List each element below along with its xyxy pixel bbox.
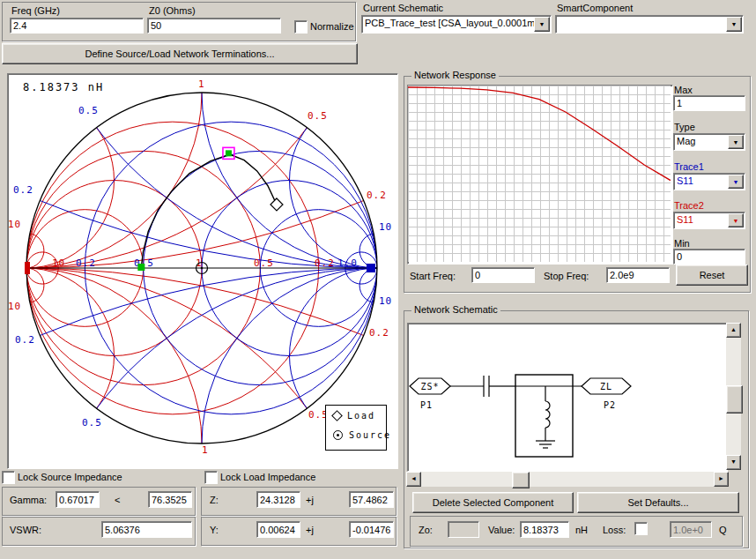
lock-source-label: Lock Source Impedance	[18, 472, 122, 482]
z-label: Z:	[210, 495, 219, 505]
schematic-vscrollbar[interactable]: ▲ ▼	[726, 323, 741, 470]
z0-label: Z0 (Ohms)	[149, 5, 196, 16]
z-real-input[interactable]	[256, 491, 300, 508]
y-groupbox: Y: +j	[201, 517, 397, 546]
svg-text:10: 10	[8, 301, 21, 312]
load-marker[interactable]	[271, 198, 283, 211]
response-plot	[408, 86, 671, 262]
scroll-down-icon[interactable]: ▼	[726, 455, 741, 470]
load-diamond-icon	[331, 410, 343, 421]
value-input[interactable]	[520, 521, 569, 538]
q-label: Q	[719, 525, 727, 535]
selected-node-marker[interactable]	[226, 150, 232, 156]
legend-load-label: Load	[347, 411, 375, 421]
legend-source-row: Source	[326, 425, 386, 444]
start-freq-input[interactable]	[471, 267, 535, 283]
svg-text:0.2: 0.2	[367, 190, 387, 201]
gamma-mag-input[interactable]	[56, 491, 100, 508]
vswr-input[interactable]	[101, 521, 192, 538]
svg-text:0.5: 0.5	[308, 110, 328, 122]
type-combo[interactable]: Mag ▼	[673, 133, 745, 151]
loss-label: Loss:	[603, 525, 626, 535]
vswr-groupbox: VSWR:	[2, 517, 196, 546]
svg-text:1.0: 1.0	[337, 257, 358, 269]
stop-freq-input[interactable]	[606, 267, 670, 283]
smith-chart-panel[interactable]: 10.50.50.20.2101010100.20.20.50.51100.20…	[7, 73, 398, 469]
value-unit-label: nH	[575, 525, 588, 535]
trace2-dropdown-icon[interactable]: ▼	[728, 213, 744, 227]
legend-load-row: Load	[326, 406, 386, 425]
lock-load-checkbox[interactable]	[204, 471, 218, 484]
scroll-right-icon[interactable]: ►	[714, 472, 729, 487]
current-schematic-value: PCB_Trace_test [CSA_layout_0.0001mi	[365, 18, 535, 28]
scroll-left-icon[interactable]: ◄	[406, 472, 421, 487]
svg-text:1: 1	[198, 78, 205, 90]
shunt-inductor[interactable]	[545, 401, 550, 428]
trace1-label: Trace1	[674, 161, 704, 172]
legend-source-label: Source	[349, 430, 391, 440]
freq-label: Freq (GHz)	[11, 5, 60, 16]
gamma-angle-input[interactable]	[148, 491, 192, 508]
component-annotation: 8.18373 nH	[23, 81, 104, 93]
svg-text:0.2: 0.2	[315, 257, 335, 269]
response-plot-panel[interactable]	[407, 85, 673, 265]
open-point-tick	[367, 264, 375, 272]
current-schematic-label: Current Schematic	[363, 3, 443, 13]
smartcomponent-label: SmartComponent	[557, 3, 633, 13]
z0-input[interactable]	[147, 18, 281, 34]
zo-input	[448, 521, 479, 538]
z-imag-input[interactable]	[349, 491, 394, 508]
delete-component-button[interactable]: Delete Selected Component	[412, 492, 574, 513]
svg-text:0.5: 0.5	[82, 417, 102, 429]
q-input	[670, 521, 712, 538]
response-grid	[408, 86, 671, 262]
hscroll-thumb[interactable]	[512, 472, 530, 488]
port2-name: ZL	[600, 382, 612, 391]
type-label: Type	[674, 122, 695, 132]
schematic-canvas[interactable]: ZS* P1 ZL P2	[407, 323, 728, 472]
svg-text:0.5: 0.5	[78, 105, 99, 116]
freq-input[interactable]	[10, 18, 144, 34]
port1-name: ZS*	[420, 382, 439, 391]
z-groupbox: Z: +j	[201, 487, 397, 516]
min-input[interactable]	[673, 249, 745, 265]
normalize-label: Normalize	[310, 21, 354, 32]
min-label: Min	[674, 238, 690, 249]
port2-ref: P2	[604, 400, 616, 410]
network-schematic-groupbox: Network Schematic	[404, 310, 749, 548]
marker-legend: Load Source	[325, 405, 387, 451]
smartcomponent-combo[interactable]: ▼	[555, 15, 744, 34]
schematic-drawing: ZS* P1 ZL P2	[408, 324, 725, 469]
type-dropdown-icon[interactable]: ▼	[728, 135, 744, 149]
port1-ref: P1	[420, 400, 433, 410]
network-response-title: Network Response	[411, 70, 499, 80]
current-schematic-combo[interactable]: PCB_Trace_test [CSA_layout_0.0001mi ▼	[361, 15, 552, 34]
loss-checkbox[interactable]	[634, 522, 648, 535]
vscroll-thumb[interactable]	[726, 385, 743, 414]
scroll-up-icon[interactable]: ▲	[726, 323, 741, 338]
normalize-checkbox[interactable]	[294, 20, 308, 34]
y-imag-input[interactable]	[349, 521, 394, 538]
reset-button[interactable]: Reset	[676, 265, 748, 286]
max-input[interactable]	[673, 95, 745, 111]
set-defaults-button[interactable]: Set Defaults...	[577, 492, 739, 513]
gamma-angle-separator: <	[115, 495, 120, 505]
schematic-hscrollbar[interactable]: ◄ ►	[406, 472, 729, 487]
y-real-input[interactable]	[256, 521, 300, 538]
gamma-label: Gamma:	[10, 495, 47, 505]
z-plus-j-label: +j	[306, 495, 314, 505]
trace1-dropdown-icon[interactable]: ▼	[728, 175, 744, 189]
trace1-combo[interactable]: S11 ▼	[673, 173, 745, 190]
gamma-groupbox: Gamma: <	[2, 487, 196, 516]
define-terminations-button[interactable]: Define Source/Load Network Terminations.…	[2, 43, 358, 64]
node-marker[interactable]	[137, 264, 145, 271]
current-schematic-dropdown-icon[interactable]: ▼	[534, 17, 550, 32]
svg-text:0.2: 0.2	[369, 327, 389, 339]
y-label: Y:	[210, 525, 219, 535]
lock-source-checkbox[interactable]	[2, 471, 15, 484]
stop-freq-label: Stop Freq:	[544, 271, 589, 281]
svg-text:1: 1	[202, 444, 209, 456]
trace2-combo[interactable]: S11 ▼	[673, 212, 745, 229]
smartcomponent-dropdown-icon[interactable]: ▼	[726, 17, 742, 32]
svg-text:10: 10	[52, 257, 65, 269]
